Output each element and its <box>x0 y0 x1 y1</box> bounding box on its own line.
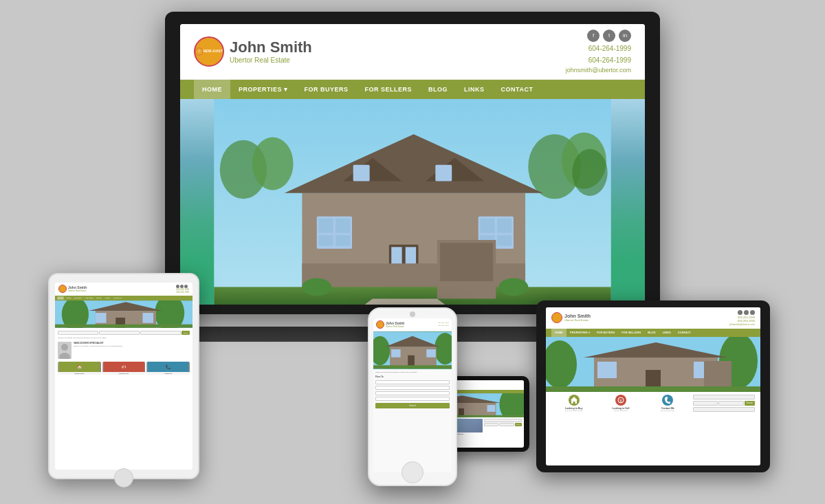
tablet-right-screen: John Smith Ubertor Real Estate 604-264-1… <box>546 307 760 465</box>
tr-logo-area: John Smith Ubertor Real Estate <box>551 312 591 323</box>
tr-twitter-icon <box>744 310 749 315</box>
svg-point-80 <box>499 393 524 417</box>
pb-baths-field[interactable] <box>499 423 514 426</box>
laptop-site-header: NEW COAST John Smith Ubertor Real Estate <box>180 24 645 80</box>
tl-search-beds[interactable] <box>99 331 140 335</box>
tl-card-contact-label: Contact Me <box>146 372 190 375</box>
svg-text:📞: 📞 <box>166 364 171 370</box>
tl-buy-icon: 🏠 <box>58 362 101 372</box>
ph-hero-illustration <box>373 331 452 369</box>
tr-sell-house-icon: $ <box>617 396 625 404</box>
ph-price-field[interactable] <box>375 380 450 384</box>
tl-nav-links[interactable]: LINKS <box>104 296 111 300</box>
tl-nav-properties[interactable]: PROP <box>66 296 72 300</box>
tl-content: Search Welcome to the website. Find home… <box>55 328 192 470</box>
phone-white-body: John Smith Ubertor Real Estate 604-264-1… <box>368 307 457 486</box>
tr-contact-icon <box>662 395 673 406</box>
tl-search-area[interactable] <box>58 331 98 335</box>
laptop-nav-contact[interactable]: CONTACT <box>493 80 542 99</box>
tr-search-button[interactable]: Search <box>745 401 756 406</box>
tr-contact-desc: Get in touch today <box>661 410 674 412</box>
tr-nav-buyers[interactable]: FOR BUYERS <box>593 329 618 337</box>
pb-search-panel: Search <box>484 419 522 446</box>
linkedin-icon[interactable]: in <box>619 30 631 42</box>
tl-specialist-section: VANCOUVER SPECIALIST Welcome to our webs… <box>58 342 190 359</box>
tr-search-panel: Search <box>693 395 755 463</box>
laptop-hero-image <box>180 99 645 305</box>
svg-rect-15 <box>435 164 452 181</box>
tr-header: John Smith Ubertor Real Estate 604-264-1… <box>546 307 760 329</box>
laptop-nav-properties[interactable]: PROPERTIES ▾ <box>230 80 296 99</box>
tr-nav-properties[interactable]: PROPERTIES ▾ <box>566 329 593 337</box>
tr-agent-name: John Smith <box>564 314 591 318</box>
tr-hero <box>546 337 760 392</box>
ph-property-type-field[interactable] <box>375 397 450 401</box>
tr-nav-contact[interactable]: CONTACT <box>674 329 694 337</box>
laptop-phone1: 604-264-1999 <box>588 43 631 54</box>
tl-header: John Smith Ubertor Real Estate <box>55 283 192 296</box>
laptop-agent-name: John Smith <box>230 39 312 56</box>
ph-phone2: 604-264-1999 <box>438 325 449 327</box>
pb-search-button[interactable]: Search <box>515 423 522 426</box>
laptop-nav-home[interactable]: HOME <box>194 80 230 99</box>
tablet-left-home-button[interactable] <box>114 468 133 487</box>
pb-card-contact-image <box>456 419 483 432</box>
tl-nav-buyers[interactable]: BUYERS <box>74 296 82 300</box>
tl-right: 604-264-1999 604-264-1999 <box>176 285 189 294</box>
tr-price-to-field[interactable] <box>693 395 755 399</box>
ph-search-button[interactable]: Search <box>375 403 450 408</box>
facebook-icon[interactable]: f <box>587 30 600 42</box>
tablet-right-device: John Smith Ubertor Real Estate 604-264-1… <box>536 300 770 472</box>
tl-nav-home[interactable]: HOME <box>57 296 64 300</box>
tr-buy-desc: Find your dream home <box>565 410 582 412</box>
twitter-icon[interactable]: t <box>603 30 615 42</box>
tr-property-type-field[interactable] <box>693 407 755 412</box>
laptop-nav-blog[interactable]: BLOG <box>420 80 456 99</box>
laptop-phone2: 604-264-1999 <box>588 55 631 65</box>
svg-text:🏠: 🏠 <box>77 364 82 370</box>
tl-search-price[interactable] <box>140 331 181 335</box>
tr-nav-links[interactable]: LINKS <box>659 329 674 337</box>
tl-twitter-icon <box>180 285 184 288</box>
laptop-email: johnsmith@ubertor.com <box>566 67 631 74</box>
laptop-agent-subtitle: Ubertor Real Estate <box>230 56 312 64</box>
ph-contact-info: 604-264-1999 604-264-1999 <box>438 322 449 327</box>
tr-nav-home[interactable]: HOME <box>551 329 566 337</box>
tl-logo-text: John Smith Ubertor Real Estate <box>68 285 87 292</box>
tl-search-bar: Search <box>58 331 190 335</box>
pb-price-to-field[interactable] <box>484 419 522 422</box>
laptop-nav-buyers[interactable]: FOR BUYERS <box>296 80 357 99</box>
tl-hero <box>55 300 192 328</box>
svg-point-46 <box>61 344 68 351</box>
pb-beds-field[interactable] <box>484 423 498 426</box>
phone-white-home-button[interactable] <box>402 461 424 483</box>
tl-card-contact: 📞 Contact Me <box>146 362 190 375</box>
laptop-nav-links[interactable]: LINKS <box>456 80 493 99</box>
ph-header: John Smith Ubertor Real Estate 604-264-1… <box>373 318 452 331</box>
ph-content: Whether you are a first time homebuyer, … <box>373 369 452 472</box>
tr-sell-icon: $ <box>615 395 626 406</box>
tablet-left-site: John Smith Ubertor Real Estate <box>55 283 192 470</box>
tr-nav-blog[interactable]: BLOG <box>644 329 659 337</box>
tl-nav-sellers[interactable]: SELLERS <box>85 296 94 300</box>
tr-facebook-icon <box>738 310 742 315</box>
tl-card-contact-image: 📞 <box>146 362 190 372</box>
tl-logo-area: John Smith Ubertor Real Estate <box>58 285 87 293</box>
tr-nav: HOME PROPERTIES ▾ FOR BUYERS FOR SELLERS… <box>546 329 760 337</box>
tr-beds-field[interactable] <box>693 401 718 406</box>
tl-nav-contact[interactable]: CONTACT <box>113 296 122 300</box>
svg-rect-43 <box>142 313 153 323</box>
svg-rect-44 <box>55 325 192 328</box>
ph-area-field[interactable] <box>375 386 450 390</box>
svg-rect-23 <box>336 235 350 245</box>
tl-nav-blog[interactable]: BLOG <box>96 296 102 300</box>
laptop-screen: NEW COAST John Smith Ubertor Real Estate <box>180 24 645 305</box>
laptop-nav-sellers[interactable]: FOR SELLERS <box>357 80 421 99</box>
tl-search-button[interactable]: Search <box>182 331 190 335</box>
svg-rect-20 <box>318 218 333 232</box>
tr-nav-sellers[interactable]: FOR SELLERS <box>618 329 644 337</box>
tr-search-row1: Search <box>693 401 755 406</box>
ph-neighbourhood-field[interactable] <box>375 391 450 395</box>
tr-baths-field[interactable] <box>718 401 743 406</box>
svg-rect-76 <box>426 349 436 358</box>
